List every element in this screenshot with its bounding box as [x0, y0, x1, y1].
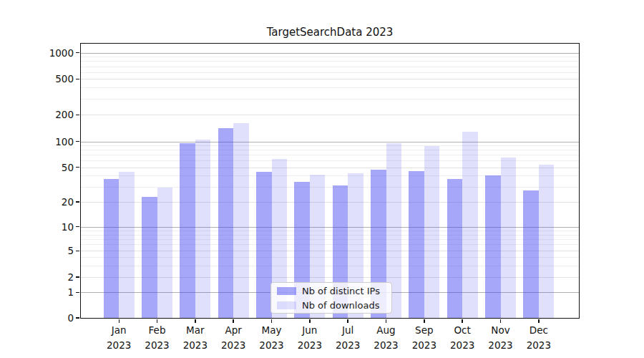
y-tick-1000 [76, 52, 79, 53]
bar-distinct-ips-apr [218, 128, 234, 318]
gridline-100 [81, 142, 579, 142]
y-tick-100 [76, 141, 79, 142]
bar-distinct-ips-may [256, 172, 272, 318]
bar-downloads-apr [233, 123, 249, 318]
x-tick-label-apr: Apr 2023 [221, 323, 245, 353]
x-tick-label-mar: Mar 2023 [183, 323, 208, 353]
x-tick-label-oct: Oct 2023 [450, 323, 474, 353]
legend: Nb of distinct IPs Nb of downloads [270, 282, 392, 314]
bar-distinct-ips-dec [523, 190, 539, 318]
legend-item-downloads: Nb of downloads [271, 299, 391, 311]
gridline-200 [81, 115, 579, 115]
bar-downloads-jan [119, 172, 135, 318]
legend-label-downloads: Nb of downloads [302, 300, 379, 311]
x-tick-label-aug: Aug 2023 [374, 323, 398, 353]
y-tick-label-1000: 1000 [36, 47, 74, 59]
y-tick-label-200: 200 [36, 109, 74, 120]
gridline-minor [81, 61, 579, 62]
y-tick-label-20: 20 [36, 196, 74, 208]
legend-swatch-downloads [277, 301, 296, 309]
bar-downloads-dec [539, 165, 555, 318]
legend-label-distinct-ips: Nb of distinct IPs [302, 286, 380, 296]
bar-distinct-ips-sep [409, 171, 424, 318]
x-tick-label-feb: Feb 2023 [145, 323, 169, 353]
chart-title: TargetSearchData 2023 [267, 26, 394, 39]
y-tick-10 [76, 226, 79, 227]
y-tick-label-50: 50 [36, 162, 74, 173]
plot-area: 01251020501002005001000 Jan 2023Feb 2023… [80, 43, 580, 319]
gridline-1000 [81, 53, 579, 54]
gridline-minor [81, 150, 579, 150]
gridline-minor [81, 145, 579, 146]
y-tick-5 [76, 251, 79, 251]
gridline-minor [81, 87, 579, 88]
gridline-minor [81, 99, 579, 100]
y-tick-label-100: 100 [36, 136, 74, 147]
x-tick-label-jun: Jun 2023 [298, 323, 322, 353]
y-tick-0 [76, 317, 79, 318]
bar-downloads-oct [462, 132, 478, 318]
bar-distinct-ips-feb [142, 197, 157, 318]
legend-swatch-distinct-ips [277, 287, 296, 295]
bar-distinct-ips-oct [447, 179, 463, 318]
gridline-minor [81, 57, 579, 57]
y-tick-label-2: 2 [36, 271, 74, 283]
bar-distinct-ips-mar [180, 143, 195, 318]
y-tick-label-1: 1 [36, 286, 74, 298]
x-tick-label-jan: Jan 2023 [107, 323, 131, 353]
x-tick-label-may: May 2023 [259, 323, 283, 353]
y-tick-1 [76, 292, 79, 293]
gridline-minor [81, 155, 579, 155]
y-tick-50 [76, 167, 79, 168]
y-tick-label-5: 5 [36, 245, 74, 256]
bar-downloads-sep [424, 146, 440, 318]
x-tick-label-dec: Dec 2023 [527, 323, 551, 353]
gridline-minor [81, 67, 579, 67]
chart-figure: TargetSearchData 2023 012510205010020050… [0, 0, 644, 358]
bar-downloads-feb [157, 188, 173, 318]
gridline-minor [81, 72, 579, 73]
y-tick-label-10: 10 [36, 221, 74, 233]
y-tick-500 [76, 79, 79, 79]
y-tick-2 [76, 276, 79, 277]
y-tick-20 [76, 201, 79, 202]
y-tick-200 [76, 115, 79, 115]
y-tick-label-0: 0 [36, 312, 74, 324]
legend-item-distinct-ips: Nb of distinct IPs [271, 284, 391, 297]
gridline-500 [81, 79, 579, 79]
x-tick-label-jul: Jul 2023 [336, 323, 360, 353]
bar-downloads-mar [195, 140, 211, 318]
bar-distinct-ips-nov [485, 175, 501, 318]
bar-distinct-ips-jan [104, 179, 119, 318]
x-tick-label-sep: Sep 2023 [412, 323, 436, 353]
bar-downloads-nov [501, 158, 517, 318]
y-tick-label-500: 500 [36, 73, 74, 84]
x-tick-label-nov: Nov 2023 [488, 323, 512, 353]
